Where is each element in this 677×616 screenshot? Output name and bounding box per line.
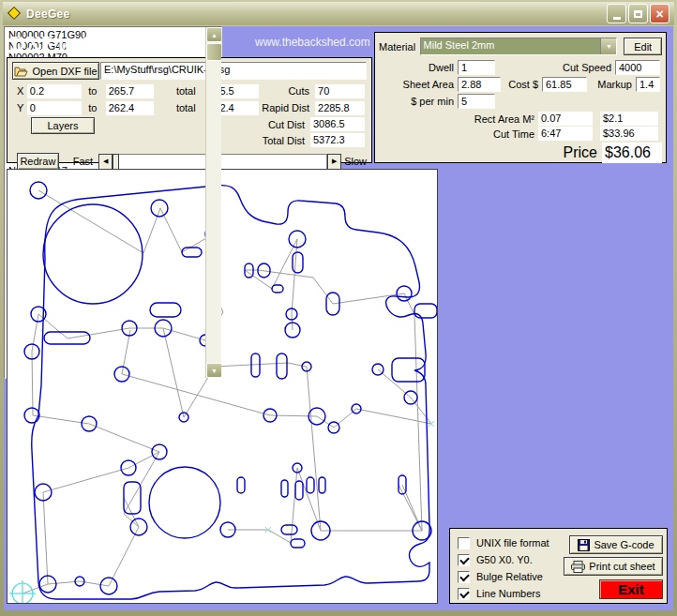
y-total-label: total [176, 102, 200, 113]
dxf-path-field[interactable]: E:\MyStuff\rsg\CRUIK-5.rsg [100, 62, 367, 80]
rapid-paths [23, 190, 431, 593]
cost-field[interactable]: 61.85 [542, 77, 587, 92]
chevron-down-icon[interactable]: ▼ [600, 38, 616, 54]
rapid-dist-label: Rapid Dist [259, 102, 309, 113]
checkbox-label: Bulge Relative [476, 571, 543, 582]
cut-time-field: 6:47 [538, 127, 593, 141]
open-dxf-button[interactable]: Open DXF file [12, 62, 99, 80]
markup-field[interactable]: 1.4 [636, 77, 660, 92]
slider-left-arrow[interactable]: ◀ [98, 154, 113, 170]
sheet-area-field[interactable]: 2.88 [458, 77, 501, 92]
material-label: Material [379, 41, 420, 53]
total-dist-field: 5372.3 [310, 133, 365, 147]
website-link: www.thebackshed.com [255, 36, 370, 49]
window-title: DeeGee [26, 8, 70, 21]
y-from-field: 0 [27, 101, 82, 115]
y-to-label: to [88, 102, 101, 113]
file-panel: Open DXF file E:\MyStuff\rsg\CRUIK-5.rsg… [7, 57, 372, 163]
per-min-label: $ per min [379, 96, 458, 107]
dxf-drawing [8, 170, 437, 603]
checkbox[interactable] [458, 571, 470, 583]
checkbox[interactable] [458, 554, 470, 566]
dwell-field[interactable]: 1 [458, 60, 495, 75]
checkbox-row: G50 X0. Y0. [458, 551, 564, 568]
left-arrow-icon: ◀ [103, 158, 108, 165]
checkbox-row: Line Numbers [458, 585, 564, 602]
markup-label: Markup [587, 79, 636, 90]
cut-speed-label: Cut Speed [521, 62, 615, 73]
rect-area-field: 0.07 [538, 112, 593, 126]
origin-marker [9, 580, 36, 603]
price-label: Price [564, 144, 602, 161]
arrow-up-icon: ▲ [211, 32, 218, 38]
options-panel: UNIX file formatG50 X0. Y0.Bulge Relativ… [449, 528, 668, 604]
gcode-scrollbar[interactable]: ▲ ▼ [205, 27, 221, 378]
scroll-up-button[interactable]: ▲ [206, 27, 222, 42]
rapid-dist-field: 2285.8 [315, 101, 365, 115]
app-window: DeeGee × DXF to G-Code parser www.thebac… [0, 0, 677, 616]
cuts-label: Cuts [259, 85, 309, 97]
arrow-down-icon: ▼ [211, 368, 218, 374]
cuts-field: 70 [315, 84, 365, 98]
checkbox[interactable] [458, 537, 470, 549]
y-to-field: 262.4 [106, 101, 154, 115]
cut-dist-field: 3086.5 [310, 117, 365, 131]
cut-time-label: Cut Time [379, 128, 538, 140]
redraw-button[interactable]: Redraw [17, 153, 59, 170]
maximize-button[interactable] [628, 4, 648, 23]
checkbox-label: UNIX file format [476, 537, 549, 548]
price-field: $36.06 [602, 143, 662, 163]
close-icon: × [655, 7, 663, 22]
x-to-label: to [88, 85, 101, 97]
slider-right-arrow[interactable]: ▶ [327, 154, 341, 170]
layers-button[interactable]: Layers [31, 117, 95, 134]
checkbox[interactable] [458, 588, 470, 600]
save-gcode-button[interactable]: Save G-code [569, 535, 663, 554]
total-dist-label: Total Dist [248, 135, 305, 146]
client-area: DXF to G-Code parser www.thebackshed.com… [4, 26, 673, 610]
time-cost-field: $33.96 [600, 127, 658, 141]
sheet-area-label: Sheet Area [379, 79, 458, 90]
y-label: Y [17, 102, 27, 113]
drawing-canvas[interactable] [7, 169, 438, 604]
checkbox-row: UNIX file format [458, 534, 564, 551]
maximize-icon [634, 10, 642, 18]
material-dropdown[interactable]: Mild Steel 2mm ▼ [420, 38, 618, 55]
cut-dist-label: Cut Dist [248, 119, 305, 130]
x-to-field: 265.7 [106, 84, 154, 98]
rect-cost-field: $2.1 [600, 112, 658, 126]
checkbox-label: G50 X0. Y0. [476, 554, 533, 565]
x-label: X [17, 85, 27, 97]
rect-area-label: Rect Area M² [379, 113, 538, 125]
cut-speed-field[interactable]: 4000 [615, 60, 660, 75]
checkbox-row: Bulge Relative [458, 568, 564, 585]
scroll-down-button[interactable]: ▼ [206, 363, 222, 378]
print-cut-sheet-button[interactable]: Print cut sheet [564, 557, 663, 576]
slider-track[interactable] [119, 154, 327, 170]
material-value: Mild Steel 2mm [421, 38, 601, 54]
edit-button[interactable]: Edit [624, 38, 662, 55]
slow-label: Slow [344, 156, 367, 167]
dwell-label: Dwell [379, 62, 458, 73]
cut-paths [24, 182, 437, 599]
x-total-label: total [176, 85, 200, 97]
titlebar[interactable]: DeeGee × [3, 2, 674, 25]
page-title: DXF to G-Code parser [11, 32, 212, 55]
checkbox-label: Line Numbers [476, 588, 540, 599]
right-arrow-icon: ▶ [332, 158, 337, 165]
floppy-disk-icon [578, 539, 590, 551]
checkbox-column: UNIX file formatG50 X0. Y0.Bulge Relativ… [458, 534, 564, 602]
cost-panel: Material Mild Steel 2mm ▼ Edit Dwell 1 C… [374, 32, 667, 163]
close-button[interactable]: × [650, 4, 669, 23]
slider-thumb[interactable] [113, 154, 119, 170]
x-from-field: 0.2 [27, 84, 82, 98]
minimize-icon [613, 17, 621, 20]
minimize-button[interactable] [607, 4, 626, 23]
exit-button[interactable]: Exit [599, 579, 663, 599]
printer-icon [571, 561, 585, 573]
app-icon [8, 7, 22, 21]
cost-label: Cost $ [501, 79, 542, 90]
per-min-field[interactable]: 5 [458, 94, 495, 109]
open-folder-icon [14, 66, 28, 77]
scrollbar-thumb[interactable] [206, 43, 222, 61]
